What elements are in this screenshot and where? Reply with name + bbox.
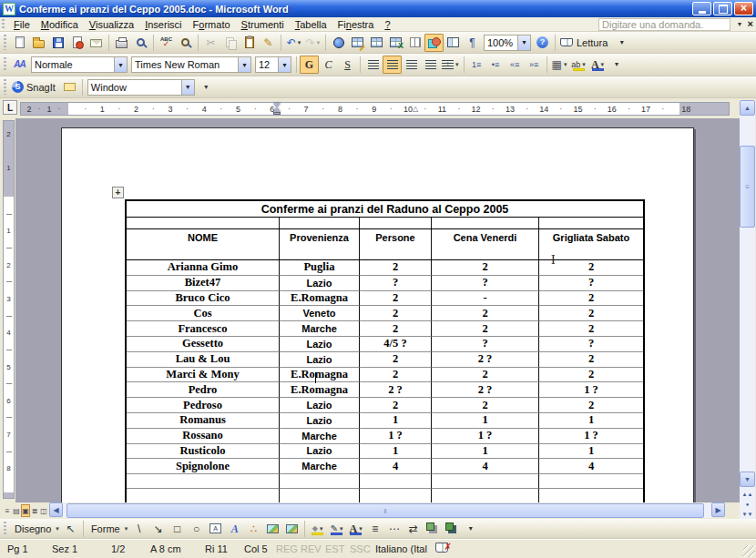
table-title[interactable]: Conferme ai pranzi del Raduno al Ceppo 2… xyxy=(127,201,643,218)
forme-menu-button[interactable]: Forme▾ xyxy=(87,520,129,538)
shadow-style-button[interactable] xyxy=(423,520,442,538)
dropdown-arrow-icon[interactable]: ▾ xyxy=(564,61,567,68)
read-layout-button[interactable]: Lettura xyxy=(558,34,612,52)
table-cell[interactable] xyxy=(539,474,643,489)
cell-cena-venerdi[interactable]: 2 xyxy=(432,321,539,337)
increase-indent-button[interactable]: »≡ xyxy=(525,56,544,74)
tables-and-borders-button[interactable] xyxy=(348,34,367,52)
align-right-button[interactable] xyxy=(402,56,421,74)
column-header[interactable]: Provenienza xyxy=(280,229,360,259)
style-combo-value[interactable]: Normale xyxy=(32,59,114,70)
menu-item-modifica[interactable]: Modifica xyxy=(36,18,84,31)
cell-nome[interactable]: Pedroso xyxy=(127,398,280,413)
tab-stop-marker[interactable]: △ xyxy=(413,105,418,113)
status-mode-reg[interactable]: REG xyxy=(276,543,298,554)
dropdown-arrow-icon[interactable]: ▾ xyxy=(455,61,459,68)
document-page[interactable]: + Conferme ai pranzi del Raduno al Ceppo… xyxy=(61,127,694,502)
cell-cena-venerdi[interactable]: 1 xyxy=(432,413,539,429)
cell-grigliata-sabato[interactable]: 1 ? xyxy=(539,382,643,398)
cell-provenienza[interactable]: Puglia xyxy=(280,260,360,276)
italic-button[interactable]: C xyxy=(319,56,338,74)
horizontal-ruler[interactable]: 21··1·2·3·4·5·6·7·8·9·10·11·12·13·14·15·… xyxy=(20,102,730,116)
scroll-down-button[interactable]: ▼ xyxy=(740,472,755,487)
resize-grip[interactable] xyxy=(743,545,755,557)
cell-cena-venerdi[interactable]: 2 xyxy=(432,398,539,413)
oval-button[interactable]: ○ xyxy=(187,520,206,538)
menu-item-formato[interactable]: Formato xyxy=(188,18,236,31)
research-button[interactable] xyxy=(176,34,195,52)
column-header[interactable]: Persone xyxy=(360,229,432,259)
zoom-combo-value[interactable]: 100% xyxy=(485,37,517,48)
cell-grigliata-sabato[interactable]: 2 xyxy=(539,291,643,307)
toolbar-options-button[interactable]: ▾ xyxy=(461,520,480,538)
cell-provenienza[interactable]: Marche xyxy=(280,429,360,444)
cell-cena-venerdi[interactable]: 4 xyxy=(432,459,539,474)
cell-nome[interactable]: Cos xyxy=(127,306,280,321)
copy-button[interactable] xyxy=(220,34,240,52)
menu-item-file[interactable]: File xyxy=(8,18,36,31)
cell-persone[interactable]: 1 xyxy=(360,413,432,429)
permission-button[interactable] xyxy=(67,34,87,52)
status-mode-ssc[interactable]: SSC xyxy=(350,543,371,554)
dropdown-arrow-icon[interactable]: ▼ xyxy=(278,57,291,72)
cell-persone[interactable]: 2 xyxy=(360,291,432,307)
cell-nome[interactable]: Lau & Lou xyxy=(127,352,280,368)
drawing-button[interactable] xyxy=(424,34,444,52)
cell-grigliata-sabato[interactable]: 2 xyxy=(539,321,643,337)
rectangle-button[interactable]: □ xyxy=(168,520,187,538)
cell-provenienza[interactable]: E.Romagna xyxy=(280,291,360,307)
print-preview-button[interactable] xyxy=(131,34,150,52)
cell-grigliata-sabato[interactable]: ? xyxy=(539,337,643,352)
vertical-ruler[interactable]: 2112345678 xyxy=(3,120,15,499)
cell-provenienza[interactable]: E.Romagna xyxy=(280,368,360,383)
redo-button[interactable]: ↷▾ xyxy=(303,34,322,52)
cell-cena-venerdi[interactable]: 2 xyxy=(432,368,539,383)
view-outline-button[interactable]: ≣ xyxy=(30,504,39,517)
status-mode-rev[interactable]: REV xyxy=(301,543,322,554)
cell-nome[interactable]: Gessetto xyxy=(127,337,280,352)
align-left-button[interactable] xyxy=(363,56,383,74)
menu-item-inserisci[interactable]: Inserisci xyxy=(139,18,187,31)
open-button[interactable] xyxy=(29,34,48,52)
insert-excel-worksheet-button[interactable] xyxy=(386,34,405,52)
zoom-combo[interactable]: 100%▼ xyxy=(484,35,531,51)
toolbar-grip[interactable] xyxy=(2,19,5,29)
undo-button[interactable]: ↶▾ xyxy=(284,34,303,52)
cell-cena-venerdi[interactable]: 2 ? xyxy=(432,352,539,368)
font-combo[interactable]: Times New Roman▼ xyxy=(131,56,251,73)
cut-button[interactable]: ✂ xyxy=(201,34,220,52)
cell-persone[interactable]: 2 xyxy=(360,368,432,383)
diagram-button[interactable]: ∴ xyxy=(244,520,263,538)
fill-color-button[interactable]: ◆▾ xyxy=(308,520,327,538)
table-cell[interactable] xyxy=(432,474,539,489)
cell-nome[interactable]: Francesco xyxy=(127,321,280,337)
new-document-button[interactable] xyxy=(10,34,29,52)
cell-persone[interactable]: 4 xyxy=(360,459,432,474)
cell-cena-venerdi[interactable]: ? xyxy=(432,276,539,291)
table-cell[interactable] xyxy=(360,474,432,489)
format-painter-button[interactable]: ✎ xyxy=(259,34,278,52)
cell-grigliata-sabato[interactable]: 1 ? xyxy=(539,429,643,444)
cell-persone[interactable]: 2 xyxy=(360,306,432,321)
cell-provenienza[interactable]: E.Romagna xyxy=(280,382,360,398)
cell-cena-venerdi[interactable]: 2 xyxy=(432,260,539,276)
menu-item-finestra[interactable]: Finestra xyxy=(332,18,380,31)
cell-nome[interactable]: Spignolone xyxy=(127,459,280,474)
view-reading-button[interactable]: ◫ xyxy=(39,504,48,517)
spelling-grammar-button[interactable]: ABC xyxy=(157,34,176,52)
view-print-layout-button[interactable]: ▣ xyxy=(21,504,30,517)
align-center-button[interactable] xyxy=(383,56,402,74)
dropdown-arrow-icon[interactable]: ▼ xyxy=(517,36,530,50)
cell-nome[interactable]: Pedro xyxy=(127,382,280,398)
toolbar-options-button[interactable]: ▾ xyxy=(612,34,631,52)
menu-item-[interactable]: ? xyxy=(379,18,395,31)
snagit-mode-combo[interactable]: Window▼ xyxy=(87,79,195,96)
dropdown-arrow-icon[interactable]: ▼ xyxy=(114,57,127,72)
cell-persone[interactable]: ? xyxy=(360,276,432,291)
font-color-button[interactable]: A▾ xyxy=(346,520,365,538)
menu-item-tabella[interactable]: Tabella xyxy=(290,18,332,31)
justify-button[interactable] xyxy=(421,56,440,74)
cell-cena-venerdi[interactable]: 1 xyxy=(432,444,539,460)
cell-provenienza[interactable]: Lazio xyxy=(280,352,360,368)
wordart-button[interactable]: A xyxy=(225,520,244,538)
